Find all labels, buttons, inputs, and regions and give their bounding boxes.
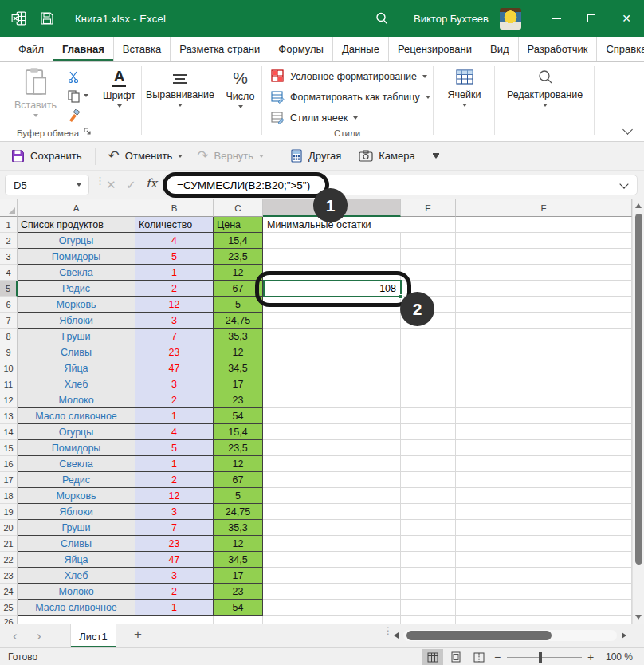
empty-cell[interactable] <box>456 456 632 472</box>
row-header-19[interactable]: 19 <box>0 504 18 520</box>
search-icon[interactable] <box>374 10 390 26</box>
cell-quantity[interactable]: 3 <box>135 504 214 520</box>
cell-product[interactable]: Свекла <box>18 265 135 281</box>
zoom-out-icon[interactable]: − <box>494 651 501 663</box>
empty-cell[interactable] <box>401 584 456 600</box>
row-header-25[interactable]: 25 <box>0 600 18 616</box>
cell-quantity[interactable]: 5 <box>135 440 214 456</box>
qat-undo-button[interactable]: ↶ Отменить <box>108 149 183 163</box>
cell-product[interactable]: Яйца <box>18 360 135 376</box>
row-header-11[interactable]: 11 <box>0 376 18 392</box>
empty-cell[interactable] <box>456 344 632 360</box>
enter-icon[interactable]: ✓ <box>126 178 136 192</box>
empty-cell[interactable] <box>456 440 632 456</box>
cell-price[interactable]: 54 <box>214 600 263 616</box>
tab-view[interactable]: Вид <box>481 37 519 61</box>
horizontal-scroll-track[interactable] <box>403 630 617 641</box>
vertical-scroll-thumb[interactable] <box>635 214 642 565</box>
cell-price[interactable]: 5 <box>214 488 263 504</box>
cell-product[interactable]: Помидоры <box>18 440 135 456</box>
titlebar-save-icon[interactable] <box>40 11 54 26</box>
cell-quantity[interactable]: 3 <box>135 568 214 584</box>
cell-quantity[interactable]: 4 <box>135 424 214 440</box>
empty-cell[interactable] <box>263 616 401 624</box>
cell-quantity[interactable]: 3 <box>135 376 214 392</box>
cell-product[interactable]: Помидоры <box>18 249 135 265</box>
row-header-7[interactable]: 7 <box>0 313 18 329</box>
empty-cell[interactable] <box>456 297 632 313</box>
cell-product[interactable]: Морковь <box>18 488 135 504</box>
cell-quantity[interactable]: 1 <box>135 265 214 281</box>
format-as-table-button[interactable]: Форматировать как таблицу <box>271 90 430 104</box>
empty-cell[interactable] <box>263 472 401 488</box>
empty-cell[interactable] <box>401 472 456 488</box>
empty-cell[interactable] <box>401 520 456 536</box>
empty-cell[interactable] <box>401 488 456 504</box>
cell-price[interactable]: 23,5 <box>214 249 263 265</box>
empty-cell[interactable] <box>456 472 632 488</box>
empty-cell[interactable] <box>456 329 632 344</box>
insert-function-button[interactable]: fx <box>146 176 157 191</box>
row-header-1[interactable]: 1 <box>0 217 18 233</box>
row-header-6[interactable]: 6 <box>0 297 18 313</box>
empty-cell[interactable] <box>456 488 632 504</box>
cell-price[interactable]: 15,4 <box>214 424 263 440</box>
empty-cell[interactable] <box>456 233 632 249</box>
empty-cell[interactable] <box>456 408 632 424</box>
copy-button[interactable] <box>67 88 91 104</box>
empty-cell[interactable] <box>401 249 456 265</box>
empty-cell[interactable] <box>263 568 401 584</box>
cell-price[interactable]: 23 <box>214 392 263 408</box>
select-all-corner[interactable] <box>0 199 18 217</box>
empty-cell[interactable] <box>456 392 632 408</box>
cell-product[interactable]: Редис <box>18 281 135 297</box>
row-header-3[interactable]: 3 <box>0 249 18 265</box>
cell-quantity[interactable]: 1 <box>135 408 214 424</box>
cell-quantity[interactable]: 47 <box>135 360 214 376</box>
row-header-8[interactable]: 8 <box>0 329 18 344</box>
next-sheet-icon[interactable]: › <box>37 628 41 645</box>
maximize-button[interactable] <box>574 0 609 37</box>
collapse-ribbon-icon[interactable] <box>622 124 633 135</box>
cell-product[interactable]: Груши <box>18 329 135 344</box>
paste-button[interactable]: Вставить <box>14 67 57 117</box>
qat-save-button[interactable]: Сохранить <box>11 149 82 163</box>
cell-price[interactable]: 35,3 <box>214 329 263 344</box>
row-header-22[interactable]: 22 <box>0 552 18 568</box>
empty-cell[interactable] <box>263 584 401 600</box>
empty-cell[interactable] <box>456 568 632 584</box>
previous-sheet-icon[interactable]: ‹ <box>13 628 18 645</box>
cell-product[interactable]: Груши <box>18 520 135 536</box>
zoom-slider-thumb[interactable] <box>539 652 542 663</box>
empty-cell[interactable] <box>456 536 632 552</box>
empty-cell[interactable] <box>401 536 456 552</box>
cell-price[interactable]: 67 <box>214 472 263 488</box>
cell-product[interactable]: Масло сливочное <box>18 600 135 616</box>
empty-cell[interactable] <box>214 616 263 624</box>
account-user-name[interactable]: Виктор Бухтеев <box>414 13 489 25</box>
tab-data[interactable]: Данные <box>333 37 389 61</box>
cut-button[interactable] <box>67 69 91 85</box>
cell-product[interactable]: Сливы <box>18 344 135 360</box>
row-header-9[interactable]: 9 <box>0 344 18 360</box>
empty-cell[interactable] <box>263 360 401 376</box>
scroll-left-icon[interactable] <box>394 632 399 639</box>
empty-cell[interactable] <box>456 616 632 624</box>
row-header-12[interactable]: 12 <box>0 392 18 408</box>
cell-quantity[interactable]: 7 <box>135 520 214 536</box>
cells-group-button[interactable]: Ячейки <box>434 69 494 107</box>
column-header-b[interactable]: B <box>135 199 214 217</box>
tab-review[interactable]: Рецензировани <box>389 37 481 61</box>
empty-cell[interactable] <box>401 504 456 520</box>
empty-cell[interactable] <box>263 424 401 440</box>
empty-cell[interactable] <box>263 600 401 616</box>
cell-product[interactable]: Молоко <box>18 392 135 408</box>
cell-quantity[interactable]: 2 <box>135 472 214 488</box>
empty-cell[interactable] <box>401 233 456 249</box>
row-header-18[interactable]: 18 <box>0 488 18 504</box>
empty-cell[interactable] <box>263 408 401 424</box>
empty-cell[interactable] <box>263 488 401 504</box>
empty-cell[interactable] <box>401 616 456 624</box>
column-header-c[interactable]: C <box>214 199 263 217</box>
cancel-icon[interactable]: ✕ <box>106 178 116 192</box>
